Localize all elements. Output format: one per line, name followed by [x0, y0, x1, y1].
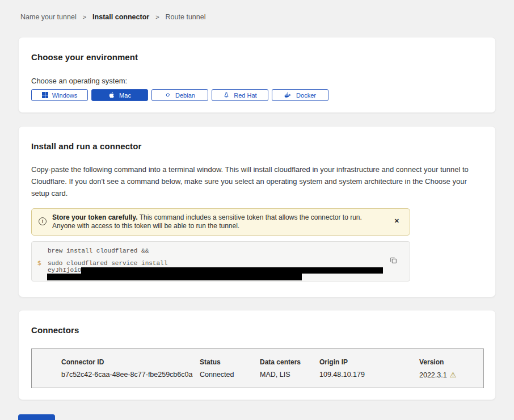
os-button-group: Windows Mac Debian Red Hat Docker — [31, 89, 483, 101]
environment-card-title: Choose your environment — [31, 52, 483, 62]
install-card-title: Install and run a connector — [31, 141, 483, 151]
breadcrumb: Name your tunnel > Install connector > R… — [0, 0, 514, 21]
token-warning-text: Store your token carefully. This command… — [52, 213, 370, 230]
redacted-token-bar — [47, 274, 302, 280]
code-line-service-install-text: sudo cloudflared service install — [48, 260, 167, 267]
column-header-status: Status — [200, 358, 260, 366]
os-button-label: Windows — [52, 92, 78, 99]
token-warning-bold: Store your token carefully. — [52, 213, 138, 221]
os-button-label: Docker — [296, 92, 316, 99]
token-prefix: eyJhIjoiO — [48, 267, 81, 274]
os-select-label: Choose an operating system: — [31, 77, 483, 85]
column-header-origin-ip: Origin IP — [319, 358, 419, 366]
origin-ip-cell: 109.48.10.179 — [319, 371, 419, 379]
version-cell: 2022.3.1 ⚠ — [419, 371, 478, 379]
environment-card: Choose your environment Choose an operat… — [18, 37, 496, 113]
connectors-table: Connector ID Status Data centers Origin … — [31, 348, 484, 388]
install-command-code-block: brew install cloudflared && $ sudo cloud… — [31, 241, 410, 282]
debian-icon — [165, 92, 171, 99]
status-cell: Connected — [200, 371, 260, 379]
shell-prompt: $ — [37, 260, 41, 267]
install-card: Install and run a connector Copy-paste t… — [18, 126, 496, 297]
os-button-label: Mac — [119, 92, 131, 99]
token-warning-banner: ! Store your token carefully. This comma… — [31, 208, 410, 236]
code-line-service-install: $ sudo cloudflared service install — [32, 260, 410, 267]
breadcrumb-separator: > — [83, 14, 86, 20]
apple-icon — [108, 91, 115, 99]
breadcrumb-separator: > — [155, 14, 159, 20]
close-icon[interactable]: ✕ — [394, 218, 399, 224]
data-centers-cell: MAD, LIS — [260, 371, 319, 379]
version-value: 2022.3.1 — [419, 371, 447, 379]
next-button[interactable]: Next — [18, 414, 55, 420]
windows-icon — [42, 92, 48, 98]
column-header-version: Version — [419, 358, 478, 366]
connectors-card-title: Connectors — [31, 325, 483, 335]
copy-icon — [390, 257, 397, 264]
breadcrumb-install-connector[interactable]: Install connector — [92, 13, 149, 21]
code-line-token: eyJhIjoiO — [32, 267, 410, 274]
os-button-redhat[interactable]: Red Hat — [212, 89, 268, 101]
breadcrumb-name-your-tunnel[interactable]: Name your tunnel — [20, 13, 77, 21]
alert-circle-icon: ! — [39, 217, 47, 225]
redhat-icon — [223, 91, 230, 99]
connector-id-cell: b7c52c42-6caa-48ee-8c77-fbe259cb6c0a — [61, 371, 200, 379]
redacted-token-bar — [81, 267, 383, 274]
os-button-debian[interactable]: Debian — [151, 89, 208, 101]
install-description: Copy-paste the following command into a … — [31, 163, 483, 199]
breadcrumb-route-tunnel[interactable]: Route tunnel — [166, 13, 206, 21]
column-header-data-centers: Data centers — [260, 358, 319, 366]
os-button-windows[interactable]: Windows — [31, 89, 88, 101]
os-button-docker[interactable]: Docker — [272, 89, 328, 101]
os-button-label: Red Hat — [234, 92, 256, 99]
os-button-label: Debian — [175, 92, 195, 99]
connectors-card: Connectors Connector ID Status Data cent… — [18, 310, 496, 400]
version-warning-icon: ⚠ — [450, 371, 457, 379]
code-line-brew: brew install cloudflared && — [32, 247, 410, 254]
column-header-connector-id: Connector ID — [61, 358, 200, 366]
docker-icon — [284, 92, 292, 99]
os-button-mac[interactable]: Mac — [91, 89, 148, 101]
copy-command-button[interactable] — [390, 257, 397, 266]
